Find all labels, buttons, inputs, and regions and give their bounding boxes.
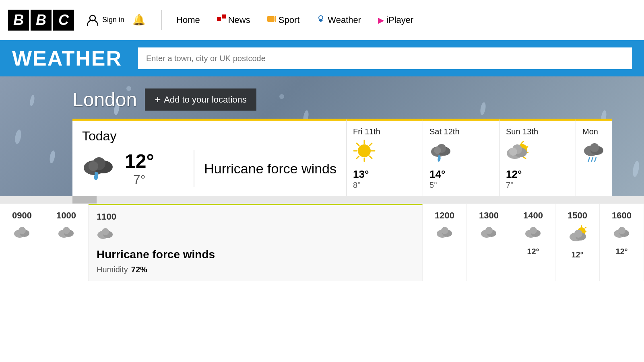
svg-line-57 <box>594 157 596 162</box>
hour-1100-condition: Hurricane force winds <box>97 248 414 261</box>
day-card-sun: Sun 13th <box>499 119 576 196</box>
sun-high: 12° <box>506 168 522 181</box>
svg-rect-1 <box>217 17 221 21</box>
home-label: Home <box>176 15 200 25</box>
time-1200: 1200 <box>435 210 454 221</box>
icon-1100 <box>97 226 414 244</box>
signin-label: Sign in <box>102 16 124 24</box>
sun-icon <box>506 140 528 165</box>
nav-news[interactable]: News <box>211 14 257 25</box>
fri-high: 13° <box>353 168 369 181</box>
svg-line-35 <box>369 143 372 146</box>
mon-label: Mon <box>582 127 605 136</box>
hourly-section: 0900 1000 1100 <box>0 204 644 281</box>
svg-point-63 <box>63 227 70 234</box>
nav-weather[interactable]: Weather <box>310 14 367 25</box>
today-label: Today <box>82 129 336 144</box>
sat-high: 14° <box>429 168 445 181</box>
svg-line-46 <box>523 157 526 158</box>
bbc-c: C <box>53 10 74 31</box>
fri-label: Fri 11th <box>353 127 380 136</box>
svg-rect-2 <box>222 14 226 19</box>
svg-point-75 <box>530 227 537 234</box>
sport-label: Sport <box>279 15 300 25</box>
humidity-row: Humidity 72% <box>97 265 414 274</box>
svg-point-42 <box>438 155 440 158</box>
humidity-label: Humidity <box>97 265 128 274</box>
svg-point-82 <box>574 230 582 238</box>
weather-nav-icon <box>316 14 325 25</box>
bell-icon[interactable]: 🔔 <box>132 14 145 26</box>
signin-button[interactable]: Sign in <box>86 14 124 27</box>
weather-banner: WEATHER <box>0 40 644 76</box>
hero-location-row: London + Add to your locations <box>72 88 636 111</box>
scrollbar-thumb[interactable] <box>72 196 97 204</box>
icon-0900 <box>13 225 31 243</box>
svg-point-5 <box>319 16 323 20</box>
time-1000: 1000 <box>56 210 76 221</box>
plus-icon: + <box>155 93 161 106</box>
today-card: Today <box>72 119 346 196</box>
news-label: News <box>228 15 250 25</box>
svg-line-43 <box>521 142 523 144</box>
svg-line-78 <box>585 227 586 228</box>
svg-line-56 <box>591 157 593 162</box>
person-icon <box>86 14 99 27</box>
hour-1600: 1600 12° <box>600 204 644 281</box>
add-location-button[interactable]: + Add to your locations <box>145 88 256 111</box>
sat-temps: 14° 5° <box>429 168 445 190</box>
bbc-logo: B B C <box>8 10 74 31</box>
time-1500: 1500 <box>568 210 587 221</box>
horizontal-scrollbar[interactable] <box>0 196 644 204</box>
hour-0900: 0900 <box>0 204 44 281</box>
svg-point-66 <box>102 228 109 235</box>
temp-1400: 12° <box>527 247 539 256</box>
header: B B C Sign in 🔔 Home News Sport <box>0 0 644 40</box>
sun-label: Sun 13th <box>506 127 538 136</box>
day-card-fri: Fri 11th 13° 8 <box>346 119 423 196</box>
nav-sport[interactable]: Sport <box>261 14 306 25</box>
svg-line-33 <box>357 143 359 146</box>
hour-1200: 1200 <box>423 204 467 281</box>
day-card-mon: Mon <box>576 119 612 196</box>
bbc-b: B <box>8 10 29 31</box>
svg-point-69 <box>441 227 448 234</box>
location-search[interactable] <box>138 47 632 69</box>
weather-title: WEATHER <box>12 46 122 70</box>
forecast-row: Today <box>72 119 636 196</box>
hero-section: London + Add to your locations Today <box>0 76 644 196</box>
nav-home[interactable]: Home <box>170 15 206 25</box>
time-1300: 1300 <box>479 210 499 221</box>
icon-1500 <box>569 225 586 246</box>
time-1600: 1600 <box>612 210 632 221</box>
svg-point-10 <box>49 150 56 164</box>
time-1400: 1400 <box>523 210 543 221</box>
sat-label: Sat 12th <box>429 127 460 136</box>
icon-1200 <box>436 225 454 243</box>
time-0900: 0900 <box>12 210 32 221</box>
svg-point-9 <box>29 95 35 106</box>
sport-icon <box>267 14 276 25</box>
today-content: 12° 7° Hurricane force winds <box>82 150 336 187</box>
nav-iplayer[interactable]: ▶ iPlayer <box>372 15 420 25</box>
svg-line-55 <box>588 157 590 162</box>
svg-point-54 <box>590 143 599 152</box>
today-weather-icon <box>82 152 118 185</box>
hour-1400: 1400 12° <box>511 204 555 281</box>
weather-nav-label: Weather <box>328 15 361 25</box>
icon-1300 <box>480 225 498 243</box>
today-temp-block: 12° 7° <box>125 150 154 187</box>
svg-point-8 <box>14 129 22 144</box>
svg-point-85 <box>618 227 625 234</box>
svg-rect-3 <box>267 16 275 22</box>
hour-1500: 1500 12° <box>555 204 600 281</box>
day-card-sat: Sat 12th 14° 5° <box>423 119 499 196</box>
icon-1400 <box>524 225 542 243</box>
svg-rect-4 <box>275 16 276 22</box>
iplayer-icon: ▶ <box>378 15 384 25</box>
hourly-row: 0900 1000 1100 <box>0 204 644 281</box>
sat-low: 5° <box>429 181 445 190</box>
location-name: London <box>72 88 137 111</box>
today-condition: Hurricane force winds <box>194 161 336 177</box>
humidity-value: 72% <box>131 265 147 274</box>
